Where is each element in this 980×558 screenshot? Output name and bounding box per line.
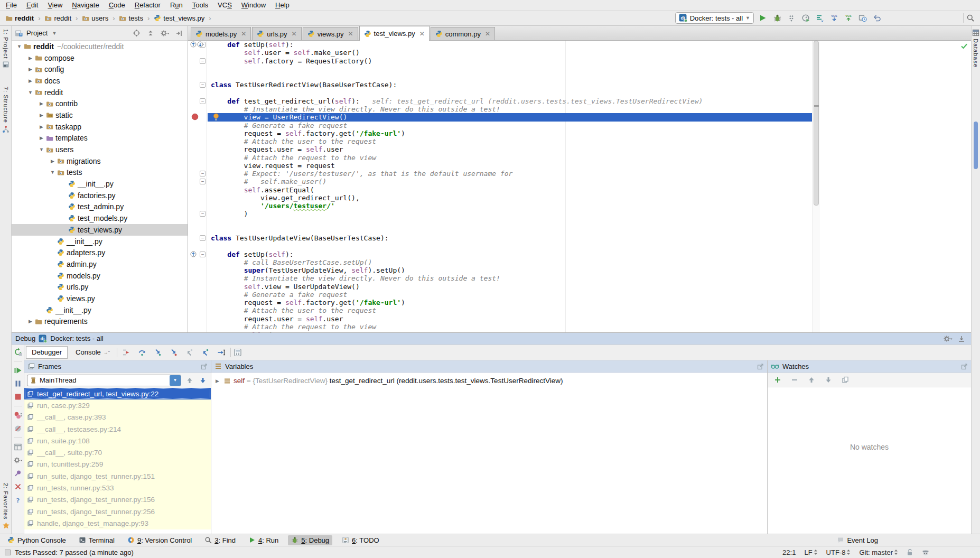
- menu-item-run[interactable]: Run: [165, 0, 188, 11]
- coverage-button[interactable]: [786, 13, 797, 23]
- tree-item-reddit[interactable]: ▼reddit: [12, 87, 188, 98]
- fold-marker-icon[interactable]: −: [200, 171, 206, 176]
- close-tab-icon[interactable]: ✕: [241, 30, 246, 38]
- tree-collapse-arrow-icon[interactable]: ▶: [27, 67, 34, 72]
- expand-arrow-icon[interactable]: ▶: [216, 378, 221, 384]
- fold-marker-icon[interactable]: −: [200, 58, 206, 64]
- toolwindow-button-python-console[interactable]: Python Console: [4, 535, 69, 545]
- git-branch-select[interactable]: Git: master: [859, 548, 898, 556]
- tree-collapse-arrow-icon[interactable]: ▶: [38, 124, 45, 129]
- step-over-button[interactable]: [137, 347, 147, 358]
- tree-collapse-arrow-icon[interactable]: ▶: [27, 78, 34, 83]
- menu-item-help[interactable]: Help: [270, 0, 294, 11]
- tree-item-views-py[interactable]: views.py: [12, 293, 188, 304]
- menu-item-refactor[interactable]: Refactor: [130, 0, 165, 11]
- frame-row[interactable]: run, tcunittest.py:259: [24, 459, 211, 470]
- hide-panel-button[interactable]: [174, 28, 184, 39]
- event-log-button[interactable]: Event Log: [837, 536, 878, 544]
- frame-row[interactable]: run_suite, django_test_runner.py:151: [24, 470, 211, 482]
- close-tab-icon[interactable]: ✕: [348, 30, 353, 38]
- tree-item-docs[interactable]: ▶docs: [12, 75, 188, 87]
- thread-combobox[interactable]: MainThread ▼: [27, 375, 181, 386]
- tree-item-templates[interactable]: ▶templates: [12, 133, 188, 144]
- breakpoint-icon[interactable]: [191, 113, 199, 120]
- menu-item-view[interactable]: View: [43, 0, 67, 11]
- toolwindow-button-structure[interactable]: 7: Structure: [3, 87, 9, 123]
- overridden-method-icon[interactable]: [197, 41, 203, 48]
- step-out-button[interactable]: [200, 347, 211, 358]
- project-tool-icon[interactable]: [2, 61, 10, 68]
- search-everywhere-button[interactable]: [965, 13, 976, 23]
- close-button[interactable]: [13, 481, 23, 492]
- editor-tab-views-py[interactable]: views.py✕: [303, 27, 358, 40]
- tree-expand-arrow-icon[interactable]: ▼: [38, 147, 45, 152]
- menu-item-vcs[interactable]: VCS: [213, 0, 237, 11]
- run-to-cursor-button[interactable]: [216, 347, 227, 358]
- move-watch-down-button[interactable]: [823, 375, 834, 385]
- toolwindow-button-terminal[interactable]: Terminal: [76, 535, 118, 545]
- add-watch-button[interactable]: [772, 375, 783, 385]
- encoding-select[interactable]: UTF-8: [826, 548, 851, 556]
- toolwindow-button-6-todo[interactable]: 6: TODO: [339, 535, 382, 545]
- tree-item-taskapp[interactable]: ▶taskapp: [12, 121, 188, 133]
- editor-gutter[interactable]: −−−−−−−−−: [188, 41, 207, 332]
- tree-item-test-views-py[interactable]: test_views.py: [12, 224, 188, 236]
- toolwindow-button-project[interactable]: 1: Project: [3, 29, 9, 59]
- menu-item-navigate[interactable]: Navigate: [67, 0, 104, 11]
- previous-frame-button[interactable]: [184, 375, 195, 386]
- chevron-down-icon[interactable]: ▼: [52, 31, 57, 36]
- tree-item-reddit[interactable]: ▼reddit~/cookiecutter/reddit: [12, 41, 188, 52]
- fold-marker-icon[interactable]: −: [200, 252, 206, 257]
- tree-item-tests[interactable]: ▼tests: [12, 167, 188, 179]
- line-separator-select[interactable]: LF: [804, 548, 817, 556]
- coverage-report-button[interactable]: [815, 13, 825, 23]
- tree-item-static[interactable]: ▶static: [12, 109, 188, 121]
- inspection-ok-icon[interactable]: [960, 43, 968, 49]
- run-button[interactable]: [758, 13, 768, 23]
- frame-row[interactable]: run_tests, django_test_runner.py:156: [24, 494, 211, 506]
- tree-item-adapters-py[interactable]: adapters.py: [12, 247, 188, 258]
- tree-item-users[interactable]: ▼users: [12, 144, 188, 155]
- scrollbar-thumb[interactable]: [814, 41, 819, 206]
- combobox-arrow-button[interactable]: ▼: [170, 375, 181, 386]
- run-configuration-select[interactable]: dj Docker: tests - all ▼: [675, 12, 754, 24]
- intention-bulb-icon[interactable]: [213, 113, 219, 121]
- toolwindow-button-favorites[interactable]: 2: Favorites: [3, 483, 9, 519]
- tree-collapse-arrow-icon[interactable]: ▶: [38, 113, 45, 118]
- editor-tab-common-py[interactable]: common.py✕: [431, 27, 495, 40]
- frame-row[interactable]: __call__, suite.py:70: [24, 447, 211, 458]
- pin-tab-button[interactable]: [13, 468, 23, 479]
- tree-item-admin-py[interactable]: admin.py: [12, 258, 188, 270]
- duplicate-watch-button[interactable]: [840, 375, 851, 385]
- tree-expand-arrow-icon[interactable]: ▼: [16, 44, 23, 49]
- tree-item--init-py[interactable]: __init__.py: [12, 236, 188, 247]
- rerun-button[interactable]: [13, 347, 23, 357]
- tree-item-test-models-py[interactable]: test_models.py: [12, 212, 188, 224]
- editor-body[interactable]: −−−−−−−−− def setUp(self): self.user = s…: [188, 41, 971, 332]
- frame-row[interactable]: run_tests, django_test_runner.py:256: [24, 506, 211, 517]
- evaluate-expression-button[interactable]: [232, 347, 243, 358]
- code-area[interactable]: def setUp(self): self.user = self.make_u…: [208, 41, 812, 332]
- status-message[interactable]: Tests Passed: 7 passed (a minute ago): [4, 548, 134, 556]
- breadcrumb-item-test-views-py[interactable]: test_views.py: [153, 14, 206, 22]
- float-panel-icon[interactable]: [757, 363, 764, 370]
- toolwindow-button-9-version-control[interactable]: 9: Version Control: [124, 535, 195, 545]
- vcs-commit-button[interactable]: VCS: [843, 13, 854, 23]
- toolwindow-button-5-debug[interactable]: 5: Debug: [288, 535, 332, 545]
- tree-item--init-py[interactable]: __init__.py: [12, 178, 188, 190]
- tree-item-migrations[interactable]: ▶migrations: [12, 155, 188, 167]
- tree-collapse-arrow-icon[interactable]: ▶: [38, 135, 45, 141]
- editor-scrollbar[interactable]: [812, 41, 820, 332]
- tab-debugger[interactable]: Debugger: [26, 346, 68, 359]
- gear-icon[interactable]: [943, 335, 953, 342]
- toolwindow-button-4-run[interactable]: 4: Run: [245, 535, 282, 545]
- variable-row[interactable]: ▶ self = {TestUserRedirectView} test_get…: [216, 377, 767, 385]
- overrides-method-icon[interactable]: [190, 41, 197, 48]
- editor-tab-urls-py[interactable]: urls.py✕: [252, 27, 301, 40]
- vcs-update-button[interactable]: VCS: [829, 13, 839, 23]
- caret-position[interactable]: 22:1: [782, 548, 796, 556]
- tree-item--init-py[interactable]: __init__.py: [12, 304, 188, 316]
- tree-item-compose[interactable]: ▶compose: [12, 52, 188, 64]
- remove-watch-button[interactable]: [789, 375, 800, 385]
- breadcrumb-item-reddit[interactable]: reddit: [4, 14, 35, 22]
